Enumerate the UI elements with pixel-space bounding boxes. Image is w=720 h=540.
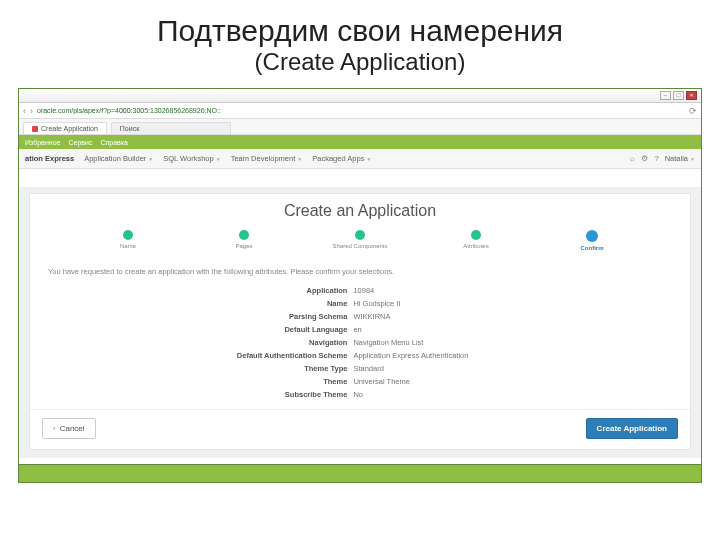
search-icon[interactable]: ⌕ xyxy=(630,154,635,163)
help-link[interactable]: Справка xyxy=(100,139,127,146)
attr-row: Default Languageen xyxy=(30,323,690,336)
nav-team-dev[interactable]: Team Development▼ xyxy=(231,154,303,163)
user-menu[interactable]: Natalia▼ xyxy=(665,154,695,163)
slide-subtitle: (Create Application) xyxy=(0,48,720,76)
attr-value: Application Express Authentication xyxy=(353,351,690,360)
step-dot-done-icon xyxy=(471,230,481,240)
refresh-icon[interactable]: ⟳ xyxy=(689,106,697,116)
window-bottom-border xyxy=(19,464,701,482)
attr-value: Standard xyxy=(353,364,690,373)
admin-icon[interactable]: ⚙ xyxy=(641,154,648,163)
chevron-left-icon: ‹ xyxy=(53,424,56,433)
attr-label: Subscribe Theme xyxy=(30,390,353,399)
attr-label: Navigation xyxy=(30,338,353,347)
tab-search-placeholder: Поиск xyxy=(120,125,139,132)
cancel-button[interactable]: ‹ Cancel xyxy=(42,418,96,439)
wizard-stepper: NamePagesShared ComponentsAttributesConf… xyxy=(30,224,690,259)
wizard-card: Create an Application NamePagesShared Co… xyxy=(29,193,691,450)
wizard-step-0[interactable]: Name xyxy=(98,230,158,249)
nav-packaged-apps[interactable]: Packaged Apps▼ xyxy=(312,154,371,163)
attr-label: Default Authentication Scheme xyxy=(30,351,353,360)
window-maximize-button[interactable]: □ xyxy=(673,91,684,100)
attr-value: 10984 xyxy=(353,286,690,295)
window-close-button[interactable]: × xyxy=(686,91,697,100)
attr-label: Theme xyxy=(30,377,353,386)
content-area: Create an Application NamePagesShared Co… xyxy=(19,187,701,458)
help-icon[interactable]: ? xyxy=(654,154,658,163)
attr-row: NavigationNavigation Menu List xyxy=(30,336,690,349)
tab-create-application[interactable]: Create Application xyxy=(23,122,107,134)
attr-value: WIKKIRNA xyxy=(353,312,690,321)
url-field[interactable]: oracle.com/pls/apex/f?p=4000:3005:130268… xyxy=(37,107,685,114)
attr-row: Parsing SchemaWIKKIRNA xyxy=(30,310,690,323)
nav-app-builder[interactable]: Application Builder▼ xyxy=(84,154,153,163)
wizard-step-3[interactable]: Attributes xyxy=(446,230,506,249)
cancel-label: Cancel xyxy=(60,424,85,433)
slide-title: Подтвердим свои намерения xyxy=(0,14,720,48)
attr-value: Hi Godspice II xyxy=(353,299,690,308)
step-label: Shared Components xyxy=(332,243,387,249)
attr-label: Application xyxy=(30,286,353,295)
step-dot-done-icon xyxy=(239,230,249,240)
step-dot-done-icon xyxy=(355,230,365,240)
step-label: Pages xyxy=(235,243,252,249)
wizard-step-1[interactable]: Pages xyxy=(214,230,274,249)
browser-window: – □ × ‹ › oracle.com/pls/apex/f?p=4000:3… xyxy=(18,88,702,483)
step-label: Confirm xyxy=(581,245,604,251)
attr-row: Application10984 xyxy=(30,284,690,297)
confirm-instruction: You have requested to create an applicat… xyxy=(30,259,690,282)
services-link[interactable]: Сервис xyxy=(68,139,92,146)
nav-sql-workshop[interactable]: SQL Workshop▼ xyxy=(163,154,220,163)
wizard-step-4[interactable]: Confirm xyxy=(562,230,622,251)
card-title: Create an Application xyxy=(30,194,690,224)
attr-row: ThemeUniversal Theme xyxy=(30,375,690,388)
window-titlebar: – □ × xyxy=(19,89,701,103)
tab-label: Create Application xyxy=(41,125,98,132)
apex-brand: ation Express xyxy=(25,154,74,163)
back-button[interactable]: ‹ xyxy=(23,106,26,116)
create-application-button[interactable]: Create Application xyxy=(586,418,678,439)
attributes-list: Application10984NameHi Godspice IIParsin… xyxy=(30,282,690,409)
step-dot-done-icon xyxy=(123,230,133,240)
create-label: Create Application xyxy=(597,424,667,433)
attr-value: Navigation Menu List xyxy=(353,338,690,347)
attr-row: Default Authentication SchemeApplication… xyxy=(30,349,690,362)
slide-title-block: Подтвердим свои намерения (Create Applic… xyxy=(0,0,720,78)
tab-search[interactable]: Поиск xyxy=(111,122,231,134)
apex-nav-left: ation Express Application Builder▼ SQL W… xyxy=(25,154,371,163)
attr-row: Subscribe ThemeNo xyxy=(30,388,690,401)
step-label: Name xyxy=(120,243,136,249)
attr-label: Name xyxy=(30,299,353,308)
step-label: Attributes xyxy=(463,243,488,249)
attr-value: Universal Theme xyxy=(353,377,690,386)
forward-button[interactable]: › xyxy=(30,106,33,116)
attr-label: Parsing Schema xyxy=(30,312,353,321)
favorites-link[interactable]: Избранное xyxy=(25,139,60,146)
favorites-bar: Избранное Сервис Справка xyxy=(19,135,701,149)
attr-row: Theme TypeStandard xyxy=(30,362,690,375)
breadcrumb xyxy=(19,169,701,187)
address-bar: ‹ › oracle.com/pls/apex/f?p=4000:3005:13… xyxy=(19,103,701,119)
window-minimize-button[interactable]: – xyxy=(660,91,671,100)
tab-favicon-icon xyxy=(32,126,38,132)
attr-value: en xyxy=(353,325,690,334)
card-footer: ‹ Cancel Create Application xyxy=(30,409,690,449)
step-dot-active-icon xyxy=(586,230,598,242)
attr-label: Theme Type xyxy=(30,364,353,373)
attr-label: Default Language xyxy=(30,325,353,334)
wizard-step-2[interactable]: Shared Components xyxy=(330,230,390,249)
apex-top-nav: ation Express Application Builder▼ SQL W… xyxy=(19,149,701,169)
attr-value: No xyxy=(353,390,690,399)
attr-row: NameHi Godspice II xyxy=(30,297,690,310)
browser-tabs: Create Application Поиск xyxy=(19,119,701,135)
apex-nav-right: ⌕ ⚙ ? Natalia▼ xyxy=(630,154,695,163)
